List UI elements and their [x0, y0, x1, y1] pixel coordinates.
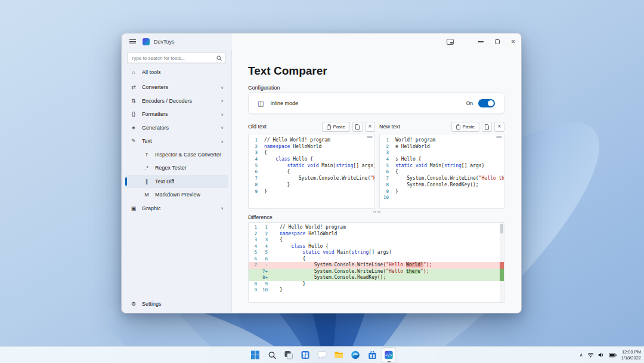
sidebar-item-settings[interactable]: ⚙ Settings: [125, 298, 228, 310]
code-line: e HelloWorld: [395, 144, 504, 150]
caption-buttons: ×: [442, 33, 521, 50]
search-button[interactable]: [265, 347, 280, 362]
chevron-up-icon[interactable]: ∧: [580, 353, 583, 358]
chevron-down-icon: ∨: [221, 206, 224, 210]
sidebar-item-encoders-decoders[interactable]: ⇅Encoders / Decoders∨: [125, 94, 228, 108]
taskbar: </> ∧ 12:00 PM 1/18/2022: [0, 346, 644, 363]
diff-code-line: System.Console.WriteLine("Hello there");: [269, 269, 500, 275]
line-number: 7: [380, 176, 392, 182]
battery-icon[interactable]: [609, 353, 617, 358]
sidebar-item-text[interactable]: ✎Text∧: [125, 134, 228, 148]
wifi-icon[interactable]: [587, 352, 594, 358]
tray-time: 12:00 PM: [621, 349, 641, 355]
taskbar-clock[interactable]: 12:00 PM 1/18/2022: [621, 349, 641, 361]
sidebar-item-converters[interactable]: ⇄Converters∨: [125, 81, 228, 94]
devtoys-window: DevToys × ⌂ All tools ⇄Converters∨⇅Encod…: [121, 33, 522, 313]
scrollbar-thumb[interactable]: [500, 224, 503, 233]
search-icon: [268, 351, 276, 359]
scrollbar-thumb[interactable]: [367, 136, 373, 138]
diff-old-line-number: [249, 275, 258, 281]
diff-new-line-number: 2: [258, 231, 269, 238]
diff-row: 89 }: [249, 281, 500, 288]
diff-old-line-number: 7: [249, 262, 258, 269]
new-editor-code[interactable]: World! programe HelloWorlds Hello {stati…: [392, 134, 504, 208]
difference-panel[interactable]: 11// Hello World! program22namespace Hel…: [248, 222, 504, 303]
devtoys-button[interactable]: </>: [382, 347, 397, 362]
file-icon: [355, 124, 360, 130]
start-button[interactable]: [248, 347, 263, 362]
diff-old-line-number: 8: [249, 281, 258, 288]
code-line: World! program: [395, 137, 504, 144]
active-app-indicator: [387, 361, 391, 363]
sidebar-item-formatters[interactable]: {}Formatters∨: [125, 107, 228, 121]
menu-button[interactable]: [125, 33, 140, 50]
sidebar-item-label: Text: [142, 138, 152, 144]
sidebar-item-label: Graphic: [142, 205, 161, 211]
inline-mode-card: ◫ Inline mode On: [248, 93, 504, 114]
sidebar-item-label: Regex Tester: [155, 165, 187, 171]
new-text-editor[interactable]: 12345678910 World! programe HelloWorlds …: [379, 134, 504, 209]
code-line: {: [264, 169, 374, 176]
code-line: class Hello {: [264, 156, 374, 163]
line-number: 6: [380, 169, 392, 176]
sidebar-item-regex-tester[interactable]: .*Regex Tester: [125, 161, 228, 175]
diff-code-line: System.Console.ReadKey();: [269, 275, 500, 281]
difference-label: Difference: [248, 214, 273, 220]
scrollbar-thumb[interactable]: [496, 136, 502, 138]
compact-overlay-icon: [447, 39, 454, 45]
clear-button[interactable]: ×: [365, 122, 375, 132]
paste-button[interactable]: Paste: [451, 122, 479, 132]
volume-icon[interactable]: [598, 352, 605, 358]
code-line: // Hello World! program: [264, 137, 374, 144]
tray-date: 1/18/2022: [621, 355, 641, 361]
sidebar-item-label: Converters: [142, 84, 168, 90]
paste-button[interactable]: Paste: [322, 122, 350, 132]
diff-new-line-number: 10: [258, 287, 269, 294]
old-text-editor[interactable]: 123456789 // Hello World! programnamespa…: [248, 134, 375, 209]
diff-new-line-number: 6: [258, 256, 269, 263]
changed-word-highlight: World!: [406, 262, 423, 267]
compact-overlay-button[interactable]: [442, 33, 458, 50]
diff-row: 8+ System.Console.ReadKey();: [249, 275, 500, 281]
inline-mode-toggle[interactable]: [478, 99, 495, 107]
minimize-button[interactable]: [473, 33, 489, 50]
file-explorer-button[interactable]: [332, 347, 346, 362]
window-title: DevToys: [154, 39, 175, 45]
inspector-icon: T: [143, 152, 150, 158]
gear-icon: ⚙: [130, 301, 137, 307]
search-box[interactable]: [127, 53, 226, 63]
old-editor-code[interactable]: // Hello World! programnamespace HelloWo…: [261, 134, 374, 208]
diff-old-line-number: [249, 269, 258, 275]
open-file-button[interactable]: [352, 122, 363, 132]
formatters-icon: {}: [130, 111, 137, 117]
chevron-down-icon: ∨: [221, 125, 224, 130]
sidebar-item-markdown-preview[interactable]: MMarkdown Preview: [125, 188, 228, 202]
clear-button[interactable]: ×: [494, 122, 504, 132]
sidebar-item-graphic[interactable]: ▣Graphic∨: [125, 202, 228, 216]
difference-scrollbar[interactable]: [500, 223, 504, 302]
sidebar-item-all-tools[interactable]: ⌂ All tools: [125, 66, 228, 78]
editor-splitter[interactable]: [371, 210, 382, 214]
sidebar-item-generators[interactable]: ∗Generators∨: [125, 121, 228, 135]
titlebar[interactable]: DevToys ×: [122, 33, 521, 50]
store-button[interactable]: [365, 347, 380, 362]
close-button[interactable]: ×: [505, 33, 521, 50]
sidebar-item-inspector-case-converter[interactable]: TInspector & Case Converter: [125, 148, 228, 162]
code-line: System.Console.ReadKey();: [395, 182, 504, 189]
line-number: 9: [380, 189, 392, 195]
edge-button[interactable]: [348, 347, 363, 362]
task-view-button[interactable]: [281, 347, 296, 362]
configuration-label: Configuration: [248, 85, 280, 91]
new-text-label: New text: [379, 124, 400, 130]
search-input[interactable]: [131, 56, 216, 61]
maximize-button[interactable]: [489, 33, 505, 50]
widgets-button[interactable]: [298, 347, 313, 362]
line-number: 1: [249, 137, 261, 144]
open-file-button[interactable]: [482, 122, 492, 132]
start-icon: [251, 350, 260, 359]
diff-row: 11// Hello World! program: [249, 224, 500, 231]
chat-button[interactable]: [315, 347, 330, 362]
sidebar-item-text-diff[interactable]: ∥Text Diff: [125, 175, 228, 189]
diff-code-line: }: [269, 287, 500, 294]
file-explorer-icon: [335, 351, 343, 359]
